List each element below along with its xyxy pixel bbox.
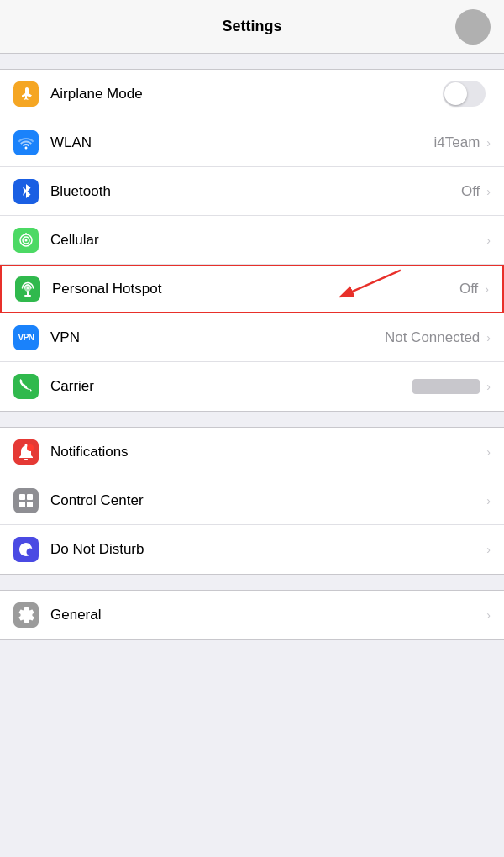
sidebar-item-control-center[interactable]: Control Center › [0,476,504,525]
svg-rect-10 [27,494,33,500]
personal-hotspot-label: Personal Hotspot [52,281,459,297]
hotspot-icon [15,276,40,302]
svg-rect-11 [19,502,25,507]
airplane-mode-icon [13,81,39,107]
section-2: Notifications › Control Center › [0,427,504,575]
general-icon [13,602,39,628]
sidebar-item-do-not-disturb[interactable]: Do Not Disturb › [0,525,504,574]
sidebar-item-carrier[interactable]: Carrier › [0,362,504,411]
carrier-value [412,379,480,394]
header-title: Settings [222,18,281,35]
bluetooth-label: Bluetooth [50,183,461,200]
cellular-chevron: › [486,234,491,247]
bluetooth-chevron: › [486,185,491,198]
bluetooth-value: Off [461,183,480,200]
header: Settings [0,0,504,54]
general-label: General [50,607,485,623]
wlan-icon [13,130,39,155]
notifications-label: Notifications [50,444,485,460]
sidebar-item-bluetooth[interactable]: Bluetooth Off › [0,167,504,216]
vpn-chevron: › [486,331,491,344]
carrier-chevron: › [486,380,491,393]
notifications-chevron: › [486,445,491,459]
airplane-mode-toggle[interactable] [443,81,486,107]
sidebar-item-wlan[interactable]: WLAN i4Team › [0,118,504,167]
do-not-disturb-label: Do Not Disturb [50,541,485,558]
do-not-disturb-chevron: › [486,543,491,556]
cellular-icon [13,228,39,253]
section-3: General › [0,590,504,640]
general-chevron: › [486,608,491,622]
bluetooth-icon [13,179,39,204]
control-center-chevron: › [486,494,491,507]
sidebar-item-cellular[interactable]: Cellular › [0,216,504,265]
svg-point-2 [25,239,28,241]
control-center-icon [13,488,39,513]
section-1: Airplane Mode WLAN i4Team › [0,69,504,412]
settings-group-3: General › [0,590,504,640]
sidebar-item-notifications[interactable]: Notifications › [0,428,504,476]
control-center-label: Control Center [50,492,485,509]
sidebar-item-general[interactable]: General › [0,591,504,639]
svg-point-8 [27,444,34,451]
svg-rect-9 [19,494,25,500]
settings-group-2: Notifications › Control Center › [0,427,504,575]
airplane-mode-label: Airplane Mode [50,86,443,103]
avatar [455,9,491,45]
vpn-value: Not Connected [385,329,480,346]
vpn-label: VPN [50,329,385,346]
personal-hotspot-chevron: › [485,282,489,296]
wlan-label: WLAN [50,134,434,151]
vpn-icon: VPN [13,325,39,350]
settings-group-1: Airplane Mode WLAN i4Team › [0,69,504,412]
notifications-icon [13,439,39,465]
toggle-knob [444,82,467,105]
carrier-label: Carrier [50,378,412,395]
do-not-disturb-icon [13,537,39,562]
wlan-value: i4Team [434,134,480,151]
sidebar-item-vpn[interactable]: VPN VPN Not Connected › [0,313,504,362]
personal-hotspot-value: Off [459,281,478,297]
carrier-icon [13,374,39,399]
sidebar-item-airplane-mode[interactable]: Airplane Mode [0,70,504,118]
svg-rect-12 [27,502,33,507]
cellular-label: Cellular [50,232,485,249]
wlan-chevron: › [486,136,491,150]
sidebar-item-personal-hotspot[interactable]: Personal Hotspot Off › [0,265,504,313]
